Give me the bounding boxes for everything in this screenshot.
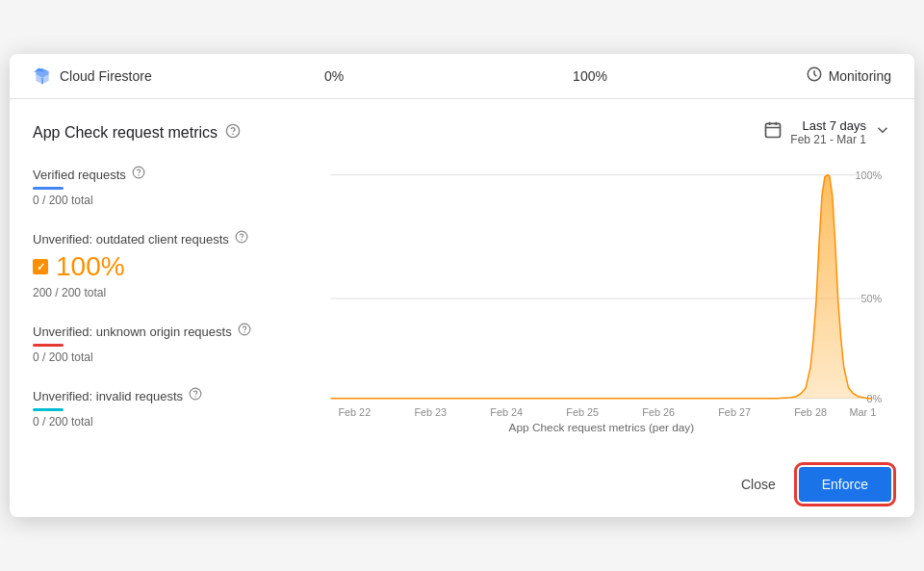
body-layout: Verified requests 0 / 200 total bbox=[33, 166, 891, 452]
section-title-row: App Check request metrics bbox=[33, 123, 241, 143]
metric-label-row-2: Unverified: unknown origin requests bbox=[33, 323, 287, 340]
dialog: Cloud Firestore 0% 100% Monitoring App C… bbox=[10, 54, 914, 517]
date-filter-label: Last 7 days bbox=[790, 118, 866, 133]
metric-percent-row: 100% bbox=[33, 251, 287, 282]
help-icon[interactable] bbox=[225, 123, 241, 143]
top-bar: Cloud Firestore 0% 100% Monitoring bbox=[10, 54, 914, 99]
svg-rect-3 bbox=[766, 123, 781, 137]
metric-label-row-3: Unverified: invalid requests bbox=[33, 387, 287, 404]
service-info: Cloud Firestore bbox=[33, 66, 206, 86]
date-filter[interactable]: Last 7 days Feb 21 - Mar 1 bbox=[763, 118, 891, 146]
metric-big-percent: 100% bbox=[56, 251, 125, 282]
monitoring-section: Monitoring bbox=[718, 65, 891, 87]
percent-100: 100% bbox=[462, 68, 718, 84]
percent-0: 0% bbox=[206, 68, 462, 84]
svg-text:Mar 1: Mar 1 bbox=[850, 406, 877, 418]
metric-total-2: 0 / 200 total bbox=[33, 350, 287, 364]
section-title: App Check request metrics bbox=[33, 124, 218, 142]
metric-label-1: Unverified: outdated client requests bbox=[33, 232, 229, 247]
metric-label-row-1: Unverified: outdated client requests bbox=[33, 230, 287, 247]
metric-label-2: Unverified: unknown origin requests bbox=[33, 324, 232, 339]
firestore-icon bbox=[33, 66, 52, 86]
svg-marker-26 bbox=[331, 175, 873, 399]
metric-invalid: Unverified: invalid requests 0 / 200 tot… bbox=[33, 387, 287, 428]
help-icon-2[interactable] bbox=[238, 323, 251, 340]
svg-text:Feb 25: Feb 25 bbox=[566, 406, 599, 418]
help-icon-0[interactable] bbox=[132, 166, 145, 183]
metric-label-row-0: Verified requests bbox=[33, 166, 287, 183]
metric-line-blue bbox=[33, 187, 64, 190]
metric-outdated: Unverified: outdated client requests 100… bbox=[33, 230, 287, 299]
svg-text:App Check request metrics (per: App Check request metrics (per day) bbox=[509, 421, 695, 434]
enforce-button[interactable]: Enforce bbox=[799, 467, 891, 502]
chevron-down-icon bbox=[874, 121, 891, 143]
calendar-icon bbox=[763, 120, 783, 144]
metric-unknown: Unverified: unknown origin requests 0 / … bbox=[33, 323, 287, 364]
monitoring-label: Monitoring bbox=[829, 68, 891, 84]
chart-svg-container: 100% 50% 0% Feb 22 Feb 23 Feb 24 Feb 25 … bbox=[302, 166, 891, 435]
clock-icon bbox=[806, 65, 823, 87]
service-name: Cloud Firestore bbox=[60, 68, 152, 84]
metric-line-red bbox=[33, 344, 64, 347]
footer: Close Enforce bbox=[10, 452, 914, 517]
chart-area: 100% 50% 0% Feb 22 Feb 23 Feb 24 Feb 25 … bbox=[302, 166, 891, 452]
svg-text:Feb 24: Feb 24 bbox=[490, 406, 523, 418]
metric-total-1: 200 / 200 total bbox=[33, 286, 287, 299]
svg-text:Feb 28: Feb 28 bbox=[794, 406, 827, 418]
date-filter-text: Last 7 days Feb 21 - Mar 1 bbox=[790, 118, 866, 146]
chart-svg: 100% 50% 0% Feb 22 Feb 23 Feb 24 Feb 25 … bbox=[302, 166, 891, 435]
main-content: App Check request metrics bbox=[10, 99, 914, 452]
metrics-panel: Verified requests 0 / 200 total bbox=[33, 166, 302, 452]
metric-label-3: Unverified: invalid requests bbox=[33, 389, 183, 403]
section-header: App Check request metrics bbox=[33, 118, 891, 146]
help-icon-1[interactable] bbox=[235, 230, 248, 247]
metric-line-cyan bbox=[33, 408, 64, 411]
svg-text:Feb 26: Feb 26 bbox=[642, 406, 675, 418]
metric-label-0: Verified requests bbox=[33, 168, 126, 182]
help-icon-3[interactable] bbox=[189, 387, 202, 404]
date-filter-range: Feb 21 - Mar 1 bbox=[790, 133, 866, 146]
metric-total-0: 0 / 200 total bbox=[33, 194, 287, 207]
svg-text:Feb 22: Feb 22 bbox=[338, 406, 371, 418]
metric-total-3: 0 / 200 total bbox=[33, 415, 287, 428]
checkbox-checked[interactable] bbox=[33, 259, 48, 274]
svg-text:Feb 23: Feb 23 bbox=[414, 406, 447, 418]
close-button[interactable]: Close bbox=[730, 469, 787, 500]
svg-text:Feb 27: Feb 27 bbox=[718, 406, 751, 418]
metric-verified: Verified requests 0 / 200 total bbox=[33, 166, 287, 207]
